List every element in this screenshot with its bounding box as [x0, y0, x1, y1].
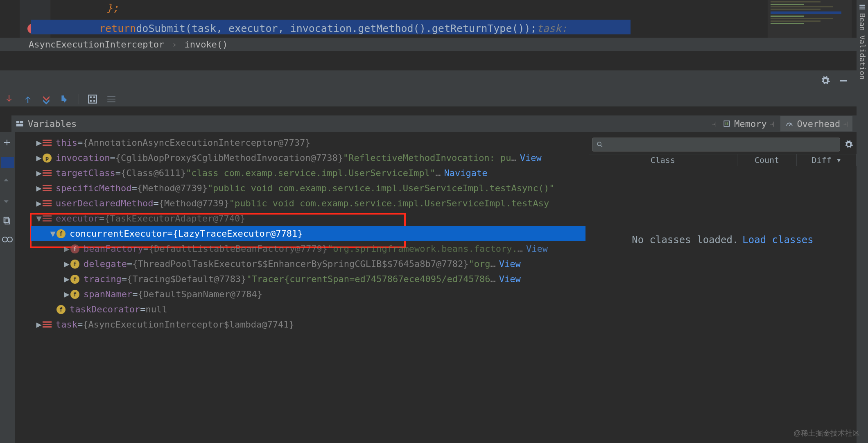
memory-search-row [589, 135, 857, 154]
variable-row[interactable]: ftaskDecorator = null [31, 302, 585, 317]
gear-icon[interactable] [821, 76, 830, 86]
svg-rect-12 [4, 217, 9, 223]
breadcrumb-class[interactable]: AsyncExecutionInterceptor [29, 39, 164, 50]
right-tool-rail: Bean Validation [857, 0, 868, 443]
field-icon [43, 214, 52, 223]
var-type: {AnnotationAsyncExecutionInterceptor@773… [83, 138, 310, 148]
variable-row[interactable]: ▶fspanNamer = {DefaultSpanNamer@7784} [31, 287, 585, 302]
memory-tab-label: Memory [734, 119, 766, 129]
var-name: executor [56, 213, 99, 224]
variable-row[interactable]: ▶ftracing = {Tracing$Default@7783} "Trac… [31, 271, 585, 287]
overhead-tab-label: Overhead [797, 119, 840, 129]
memory-tab[interactable]: Memory →| [718, 116, 779, 131]
trace-icon[interactable] [106, 94, 117, 104]
variable-row[interactable]: ▶fdelegate = {ThreadPoolTaskExecutor$$En… [31, 256, 585, 271]
col-diff[interactable]: Diff ▾ [797, 154, 857, 166]
var-type: {Method@7739} [159, 198, 229, 208]
copy-icon[interactable] [2, 216, 13, 227]
variable-row[interactable]: ▶this = {AnnotationAsyncExecutionInterce… [31, 135, 585, 150]
view-link[interactable]: View [499, 259, 521, 269]
ellipsis: … [490, 274, 495, 284]
add-watch-icon[interactable] [2, 138, 13, 148]
var-type: {LazyTraceExecutor@7781} [173, 228, 303, 239]
expand-arrow[interactable]: ▼ [49, 228, 57, 239]
variable-row[interactable]: ▶pinvocation = {CglibAopProxy$CglibMetho… [31, 150, 585, 165]
memory-empty-text: No classes loaded. [632, 234, 738, 246]
svg-rect-8 [16, 124, 23, 127]
var-eq: = [110, 153, 115, 163]
bean-validation-tab[interactable]: Bean Validation [858, 13, 867, 80]
minimize-icon[interactable] [839, 76, 848, 86]
step-into-icon[interactable] [3, 94, 14, 104]
var-name: userDeclaredMethod [56, 198, 153, 208]
expand-arrow[interactable]: ▶ [63, 289, 70, 299]
code-line: }; [106, 0, 631, 16]
expand-arrow[interactable]: ▶ [63, 259, 70, 269]
layout-icon[interactable] [16, 120, 24, 128]
memory-header: Class Count Diff ▾ [589, 154, 857, 166]
variables-tab[interactable]: Variables [28, 119, 77, 129]
var-type: {Class@6111} [121, 168, 186, 178]
expand-arrow[interactable]: ▼ [35, 213, 43, 224]
svg-rect-6 [16, 121, 20, 123]
expand-icon[interactable]: →| [770, 121, 774, 127]
variable-row[interactable]: ▶userDeclaredMethod = {Method@7739} "pub… [31, 196, 585, 211]
expand-arrow[interactable]: ▶ [35, 198, 43, 208]
view-link[interactable]: View [526, 244, 548, 254]
expand-arrow[interactable]: ▶ [35, 319, 43, 330]
var-string: "public void com.examp.service.impl.User… [208, 183, 555, 193]
var-type: {AsyncExecutionInterceptor$lambda@7741} [83, 319, 294, 330]
down-icon[interactable] [2, 197, 13, 207]
var-name: targetClass [56, 168, 115, 178]
field-icon [43, 320, 52, 329]
glasses-icon[interactable] [2, 236, 13, 246]
breadcrumb[interactable]: AsyncExecutionInterceptor › invoke() [0, 38, 868, 51]
variable-row[interactable]: ▶specificMethod = {Method@7739} "public … [31, 181, 585, 196]
overhead-tab[interactable]: Overhead →| [780, 116, 852, 131]
field-icon: f [57, 305, 66, 314]
expand-arrow[interactable]: ▶ [63, 244, 70, 254]
var-eq: = [99, 213, 104, 224]
load-classes-link[interactable]: Load classes [742, 234, 813, 246]
expand-arrow[interactable]: ▶ [35, 138, 43, 148]
memory-panel: Class Count Diff ▾ No classes loaded. Lo… [589, 135, 857, 443]
svg-point-14 [2, 237, 7, 242]
col-class[interactable]: Class [589, 154, 737, 166]
var-eq: = [132, 289, 138, 299]
view-link[interactable]: View [520, 153, 542, 163]
var-type: {DefaultListableBeanFactory@7779} [149, 244, 328, 254]
expand-icon[interactable]: →| [843, 121, 848, 127]
search-icon [596, 141, 604, 148]
expand-arrow[interactable]: ▶ [35, 168, 43, 178]
var-type: {Tracing$Default@7783} [127, 274, 246, 284]
variable-row[interactable]: ▼executor = {TaskExecutorAdapter@7740} [31, 211, 585, 226]
step-out-icon[interactable] [22, 94, 33, 104]
svg-rect-13 [5, 219, 9, 224]
variable-row[interactable]: ▶targetClass = {Class@6111} "class com.e… [31, 165, 585, 181]
memory-gear-icon[interactable] [844, 140, 853, 149]
call-token: doSubmit(task, executor, invocation.getM… [136, 23, 536, 34]
force-step-icon[interactable] [41, 94, 52, 104]
expand-arrow[interactable]: ▶ [35, 183, 43, 193]
expand-arrow[interactable]: ▶ [63, 274, 70, 284]
expand-arrow[interactable]: ▶ [35, 153, 43, 163]
variable-row[interactable]: ▶fbeanFactory = {DefaultListableBeanFact… [31, 241, 585, 256]
col-count[interactable]: Count [737, 154, 797, 166]
expand-icon[interactable]: →| [712, 121, 717, 127]
memory-empty: No classes loaded. Load classes [589, 166, 857, 314]
drop-frame-icon[interactable] [60, 94, 70, 104]
svg-rect-10 [726, 122, 727, 125]
breadcrumb-method[interactable]: invoke() [184, 39, 228, 50]
view-link[interactable]: Navigate [444, 168, 487, 178]
variable-row[interactable]: ▶task = {AsyncExecutionInterceptor$lambd… [31, 317, 585, 332]
svg-rect-2 [90, 96, 92, 98]
variable-row[interactable]: ▼fconcurrentExecutor = {LazyTraceExecuto… [31, 226, 585, 241]
up-icon[interactable] [2, 177, 13, 188]
ellipsis: … [435, 168, 441, 178]
evaluate-icon[interactable] [87, 94, 98, 104]
memory-search-input[interactable] [592, 138, 840, 151]
view-link[interactable]: View [499, 274, 521, 284]
inline-hint: task: [537, 23, 567, 34]
var-name: delegate [84, 259, 127, 269]
rail-menu-icon[interactable] [859, 3, 866, 11]
